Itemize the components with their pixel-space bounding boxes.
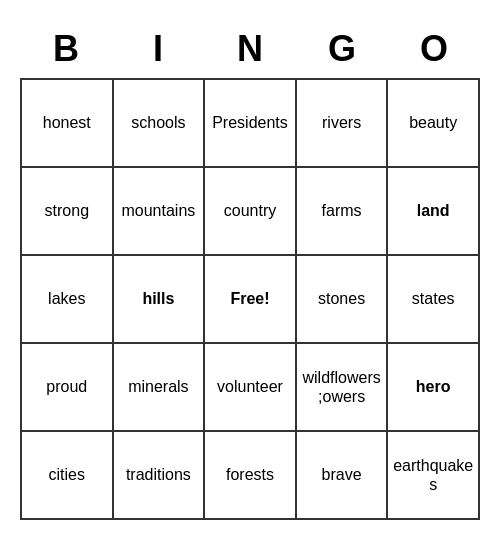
bingo-grid: honestschoolsPresidentsriversbeautystron…: [20, 78, 480, 520]
cell-r3-c4: hero: [388, 344, 480, 432]
cell-r2-c3: stones: [297, 256, 389, 344]
cell-r1-c0: strong: [22, 168, 114, 256]
cell-r1-c1: mountains: [114, 168, 206, 256]
bingo-card: BINGO honestschoolsPresidentsriversbeaut…: [10, 14, 490, 530]
bingo-header: BINGO: [20, 24, 480, 78]
cell-r3-c1: minerals: [114, 344, 206, 432]
header-letter: I: [112, 24, 204, 78]
cell-r4-c0: cities: [22, 432, 114, 520]
cell-r3-c0: proud: [22, 344, 114, 432]
cell-r4-c1: traditions: [114, 432, 206, 520]
cell-r0-c4: beauty: [388, 80, 480, 168]
cell-r2-c1: hills: [114, 256, 206, 344]
cell-r2-c2: Free!: [205, 256, 297, 344]
cell-r0-c2: Presidents: [205, 80, 297, 168]
header-letter: G: [296, 24, 388, 78]
cell-r0-c3: rivers: [297, 80, 389, 168]
cell-r0-c0: honest: [22, 80, 114, 168]
cell-r3-c3: wildflowers;owers: [297, 344, 389, 432]
cell-r0-c1: schools: [114, 80, 206, 168]
cell-r1-c4: land: [388, 168, 480, 256]
cell-r4-c2: forests: [205, 432, 297, 520]
cell-r2-c0: lakes: [22, 256, 114, 344]
header-letter: N: [204, 24, 296, 78]
cell-r3-c2: volunteer: [205, 344, 297, 432]
cell-r2-c4: states: [388, 256, 480, 344]
header-letter: O: [388, 24, 480, 78]
cell-r1-c3: farms: [297, 168, 389, 256]
cell-r4-c4: earthquakes: [388, 432, 480, 520]
cell-r4-c3: brave: [297, 432, 389, 520]
cell-r1-c2: country: [205, 168, 297, 256]
header-letter: B: [20, 24, 112, 78]
